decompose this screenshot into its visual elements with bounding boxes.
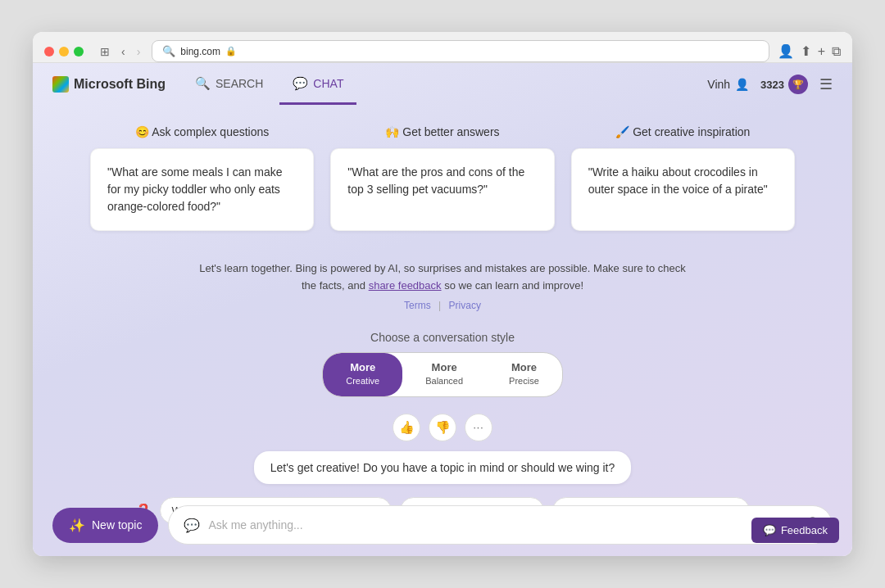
feature-row: 😊 Ask complex questions "What are some m… bbox=[90, 122, 795, 231]
privacy-link[interactable]: Privacy bbox=[449, 300, 481, 311]
user-account-button[interactable]: 👤 bbox=[778, 43, 794, 59]
feature-card-text-2: "What are the pros and cons of the top 3… bbox=[347, 165, 524, 196]
share-button[interactable]: ⬆ bbox=[801, 43, 811, 59]
thumbs-down-icon: 👎 bbox=[435, 420, 451, 435]
terms-link[interactable]: Terms bbox=[404, 300, 431, 311]
microsoft-logo-icon bbox=[52, 76, 69, 93]
legal-links: Terms | Privacy bbox=[197, 300, 688, 311]
more-options-button[interactable]: ··· bbox=[465, 414, 492, 441]
feature-title-3: Get creative inspiration bbox=[633, 125, 750, 138]
lock-icon: 🔒 bbox=[225, 46, 237, 57]
new-topic-icon: ✨ bbox=[69, 518, 85, 533]
feature-card-text-1: "What are some meals I can make for my p… bbox=[107, 165, 283, 213]
user-icon: 👤 bbox=[735, 78, 749, 91]
feature-icon-2: 🙌 bbox=[385, 125, 399, 138]
minimize-button[interactable] bbox=[59, 47, 69, 57]
browser-controls: ⊞ ‹ › bbox=[97, 43, 143, 60]
style-precise-label: Precise bbox=[509, 376, 539, 386]
chat-bubble: Let's get creative! Do you have a topic … bbox=[254, 451, 632, 484]
thumbs-down-button[interactable]: 👎 bbox=[429, 414, 456, 441]
bing-app: Microsoft Bing 🔍 SEARCH 💬 CHAT Vinh 👤 bbox=[33, 63, 852, 556]
points-count: 3323 bbox=[760, 79, 784, 91]
feature-col-1: 😊 Ask complex questions "What are some m… bbox=[90, 122, 314, 231]
style-balanced-more: More bbox=[425, 361, 463, 375]
chat-input-icon: 💬 bbox=[184, 518, 200, 533]
style-buttons: More Creative More Balanced More Precise bbox=[322, 352, 563, 398]
feedback-btn-label: Feedback bbox=[781, 524, 828, 536]
thumbs-up-icon: 👍 bbox=[399, 420, 415, 435]
feedback-button[interactable]: 💬 Feedback bbox=[751, 518, 839, 543]
style-creative-more: More bbox=[346, 361, 379, 375]
feature-card-3[interactable]: "Write a haiku about crocodiles in outer… bbox=[571, 148, 795, 231]
tab-search[interactable]: 🔍 SEARCH bbox=[182, 65, 276, 105]
traffic-lights bbox=[44, 47, 84, 57]
maximize-button[interactable] bbox=[74, 47, 84, 57]
feature-header-1: 😊 Ask complex questions bbox=[90, 122, 314, 142]
browser-actions: 👤 ⬆ + ⧉ bbox=[778, 43, 841, 59]
close-button[interactable] bbox=[44, 47, 54, 57]
tab-grid-button[interactable]: ⊞ bbox=[97, 43, 113, 60]
thumbs-up-button[interactable]: 👍 bbox=[393, 414, 420, 441]
style-precise-more: More bbox=[509, 361, 539, 375]
search-nav-icon: 🔍 bbox=[195, 76, 211, 91]
feature-col-2: 🙌 Get better answers "What are the pros … bbox=[330, 122, 554, 231]
chat-nav-icon: 💬 bbox=[293, 76, 308, 91]
conversation-style: Choose a conversation style More Creativ… bbox=[322, 331, 563, 398]
forward-button[interactable]: › bbox=[134, 43, 144, 60]
url-text: bing.com bbox=[180, 46, 220, 57]
legal-divider: | bbox=[438, 300, 441, 311]
menu-button[interactable]: ☰ bbox=[819, 75, 833, 93]
feature-header-3: 🖌️ Get creative inspiration bbox=[571, 122, 795, 142]
address-bar[interactable]: 🔍 bing.com 🔒 bbox=[152, 40, 769, 62]
user-name: Vinh bbox=[707, 78, 730, 91]
info-text: Let's learn together. Bing is powered by… bbox=[197, 260, 688, 295]
feature-icon-1: 😊 bbox=[135, 125, 149, 138]
bing-logo[interactable]: Microsoft Bing bbox=[52, 76, 166, 93]
feedback-btn-icon: 💬 bbox=[763, 524, 776, 536]
new-topic-label: New topic bbox=[92, 518, 142, 531]
feature-title-2: Get better answers bbox=[402, 125, 499, 138]
points-badge[interactable]: 3323 🏆 bbox=[760, 75, 808, 94]
input-box[interactable]: 💬 Ask me anything... 🎤 bbox=[168, 505, 833, 545]
nav-right: Vinh 👤 3323 🏆 ☰ bbox=[707, 75, 833, 94]
feature-card-text-3: "Write a haiku about crocodiles in outer… bbox=[588, 165, 768, 196]
top-nav: Microsoft Bing 🔍 SEARCH 💬 CHAT Vinh 👤 bbox=[33, 63, 852, 106]
feature-card-2[interactable]: "What are the pros and cons of the top 3… bbox=[330, 148, 554, 231]
info-section: Let's learn together. Bing is powered by… bbox=[197, 260, 688, 311]
back-button[interactable]: ‹ bbox=[118, 43, 129, 60]
style-creative-label: Creative bbox=[346, 376, 379, 386]
input-placeholder: Ask me anything... bbox=[208, 518, 791, 531]
browser-chrome: ⊞ ‹ › 🔍 bing.com 🔒 👤 ⬆ + ⧉ bbox=[33, 32, 852, 63]
more-icon: ··· bbox=[473, 422, 483, 433]
feature-col-3: 🖌️ Get creative inspiration "Write a hai… bbox=[571, 122, 795, 231]
tabs-button[interactable]: ⧉ bbox=[832, 44, 841, 59]
style-balanced-button[interactable]: More Balanced bbox=[402, 353, 486, 397]
bottom-bar: ✨ New topic 💬 Ask me anything... 🎤 bbox=[33, 497, 852, 556]
feedback-row: 👍 👎 ··· bbox=[393, 414, 492, 441]
style-precise-button[interactable]: More Precise bbox=[486, 353, 562, 397]
search-tab-label: SEARCH bbox=[216, 77, 263, 90]
reward-icon: 🏆 bbox=[788, 75, 808, 94]
chat-tab-label: CHAT bbox=[313, 77, 343, 90]
user-info[interactable]: Vinh 👤 bbox=[707, 78, 749, 91]
conv-style-title: Choose a conversation style bbox=[322, 331, 563, 344]
share-feedback-link[interactable]: share feedback bbox=[369, 279, 442, 292]
feature-header-2: 🙌 Get better answers bbox=[330, 122, 554, 142]
main-content: 😊 Ask complex questions "What are some m… bbox=[33, 106, 852, 556]
chat-bubble-text: Let's get creative! Do you have a topic … bbox=[270, 461, 615, 474]
new-topic-button[interactable]: ✨ New topic bbox=[52, 508, 158, 543]
feature-title-1: Ask complex questions bbox=[152, 125, 269, 138]
feature-card-1[interactable]: "What are some meals I can make for my p… bbox=[90, 148, 314, 231]
bing-logo-text: Microsoft Bing bbox=[74, 77, 166, 92]
feature-icon-3: 🖌️ bbox=[615, 125, 629, 138]
search-icon: 🔍 bbox=[162, 45, 175, 57]
tab-chat[interactable]: 💬 CHAT bbox=[279, 65, 356, 105]
nav-tabs: 🔍 SEARCH 💬 CHAT bbox=[182, 65, 356, 105]
style-balanced-label: Balanced bbox=[425, 376, 463, 386]
new-tab-button[interactable]: + bbox=[818, 44, 825, 59]
style-creative-button[interactable]: More Creative bbox=[323, 353, 402, 397]
